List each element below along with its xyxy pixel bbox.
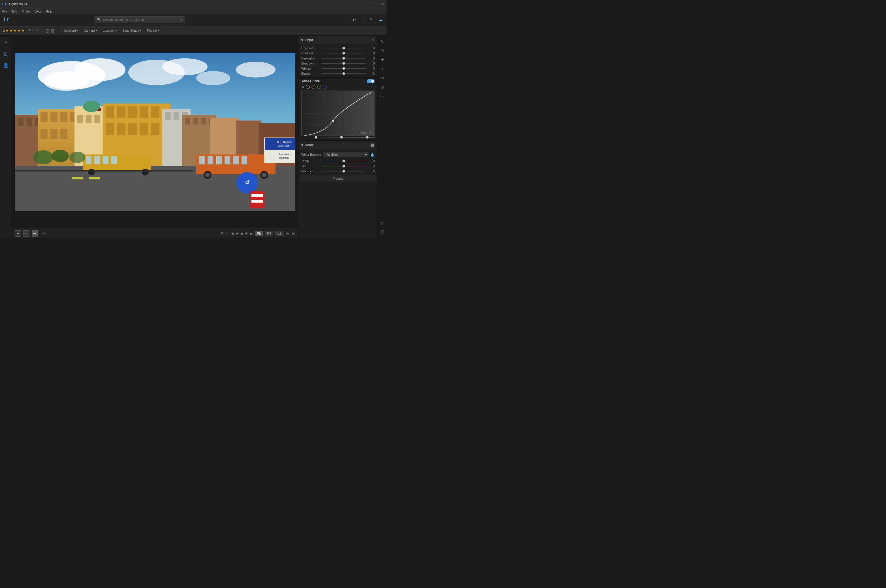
temp-thumb[interactable] [342, 160, 345, 162]
flag-icon-3[interactable]: ⚐ [36, 28, 39, 32]
rating-stars[interactable]: ★ ★ ★ ★ ★ [231, 231, 253, 236]
tone-curve-controls [367, 79, 375, 83]
flag-icon-2[interactable]: ⚐ [32, 28, 35, 32]
filter-location[interactable]: Location▾ [101, 28, 119, 33]
curve-rgb-icon[interactable] [306, 85, 310, 89]
heal-tool-icon[interactable]: ✚ [379, 56, 386, 63]
highlights-thumb[interactable] [342, 57, 345, 60]
radial-tool-icon[interactable]: ◎ [379, 83, 386, 90]
tone-curve-toggle[interactable] [367, 79, 375, 83]
search-bar[interactable]: 🔍 Search Oct 30, 2018 1:03 PM ▽ [95, 16, 185, 23]
menu-help[interactable]: Help [45, 10, 52, 13]
share-icon[interactable]: ↑ [361, 17, 365, 23]
city-scene-svg: Ж.К. Люлин Lyulin Dstr. Калотина Kalotin… [15, 52, 295, 211]
crop-tool-icon[interactable]: ⊡ [379, 47, 386, 54]
shadows-track[interactable] [321, 63, 366, 64]
curve-slider-thumb-highlights[interactable] [366, 136, 369, 139]
cloud-icon[interactable]: ☁ [377, 16, 384, 23]
curve-slider-thumb-mids[interactable] [340, 136, 343, 139]
highlights-track[interactable] [321, 58, 366, 58]
color-title-container: ▾ Color [301, 143, 313, 147]
light-section-header[interactable]: ▾ Light ✎ [298, 36, 378, 44]
temp-track[interactable] [321, 161, 366, 161]
tint-thumb[interactable] [342, 165, 345, 168]
filter-people[interactable]: People▾ [145, 28, 161, 33]
close-button[interactable]: ✕ [381, 2, 384, 6]
auto-light-icon[interactable]: ✎ [372, 38, 375, 42]
right-panel-scroll[interactable]: ▾ Light ✎ Exposure 0 [298, 36, 378, 238]
darks-label: Darks −64 [360, 131, 373, 134]
split-view-icon[interactable]: ⊠ [292, 231, 295, 236]
curve-canvas[interactable]: Darks −64 [301, 90, 375, 136]
menu-view[interactable]: View [34, 10, 41, 13]
shadows-thumb[interactable] [342, 62, 345, 65]
menu-edit[interactable]: Edit [12, 10, 17, 13]
undo-icon[interactable]: ↩ [351, 16, 357, 23]
brush-tool-icon[interactable]: ∿ [379, 65, 386, 72]
filter-icon[interactable]: ▽ [181, 18, 183, 21]
whites-thumb[interactable] [342, 67, 345, 70]
info-icon[interactable]: ⓘ [379, 229, 386, 236]
tag-icon[interactable]: 🏷 [379, 220, 386, 227]
titlebar-controls[interactable]: — □ ✕ [372, 2, 384, 6]
curve-slider-thumb-shadows[interactable] [314, 136, 317, 139]
help-icon[interactable]: ? [369, 17, 373, 23]
svg-point-86 [33, 150, 53, 164]
white-balance-label: White Balance [301, 153, 322, 156]
contrast-track[interactable] [321, 53, 366, 54]
curve-slider-track[interactable] [301, 137, 375, 138]
library-icon[interactable]: ⊞ [2, 49, 11, 58]
view-single-button[interactable]: ▬ [32, 230, 38, 237]
search-input[interactable]: Search Oct 30, 2018 1:03 PM [103, 18, 144, 21]
color-auto-icon[interactable]: ⬤ [370, 143, 375, 147]
curve-point-darks[interactable] [332, 120, 334, 122]
tint-track[interactable] [321, 166, 366, 166]
filter-stars[interactable]: ≥ ★ ★ ★ ★ ★ [3, 28, 25, 33]
menu-photo[interactable]: Photo [22, 10, 30, 13]
maximize-button[interactable]: □ [376, 2, 380, 6]
three-dots-icon[interactable]: ••• [379, 92, 386, 100]
view-grid-small-button[interactable]: ▪▪ [15, 230, 21, 237]
filter-camera[interactable]: Camera▾ [81, 28, 99, 33]
curve-blue-icon[interactable] [323, 85, 327, 89]
flag-button-2[interactable]: ⚐ [226, 231, 229, 235]
white-balance-select[interactable]: As Shot Auto Daylight Cloudy Shade Custo… [324, 152, 369, 158]
zoom-1-1-button[interactable]: 1:1 [275, 231, 283, 236]
temp-value: 0 [368, 159, 375, 163]
edit-tools-icon[interactable]: ✎ [379, 38, 386, 45]
curve-red-icon[interactable] [311, 85, 316, 89]
menu-file[interactable]: File [2, 10, 8, 13]
grid-compare-icon[interactable]: ⊟ [286, 231, 289, 236]
fit-button[interactable]: Fit [255, 231, 262, 236]
fill-button[interactable]: Fill [265, 231, 273, 236]
flag-icon-1[interactable]: ⚑ [28, 28, 31, 32]
sort-button[interactable]: ≡▾ [40, 231, 47, 236]
blacks-row: Blacks 0 [298, 71, 378, 76]
vibrance-track[interactable] [321, 171, 366, 171]
flag-button-1[interactable]: ⚑ [221, 231, 224, 235]
contrast-thumb[interactable] [342, 52, 345, 55]
add-photo-button[interactable]: ＋ [2, 38, 11, 47]
blacks-track[interactable] [321, 73, 366, 74]
blacks-thumb[interactable] [342, 72, 345, 75]
grid-view-icon[interactable]: ▤ [46, 28, 50, 33]
view-grid-medium-button[interactable]: ▫▫ [23, 230, 29, 237]
vibrance-thumb[interactable] [342, 170, 345, 172]
whites-track[interactable] [321, 68, 366, 69]
filmstrip-view-icon[interactable]: ▦ [51, 28, 54, 33]
filter-sync-status[interactable]: Sync Status▾ [120, 28, 144, 33]
gradient-tool-icon[interactable]: ▭ [379, 74, 386, 81]
exposure-thumb[interactable] [342, 47, 345, 50]
exposure-track[interactable] [321, 48, 366, 48]
curve-all-channel-icon[interactable]: ≋ [301, 85, 304, 89]
curve-green-icon[interactable] [317, 85, 321, 89]
svg-point-65 [262, 172, 266, 177]
filter-keyword[interactable]: Keyword▾ [62, 28, 80, 33]
color-header[interactable]: ▾ Color ⬤ [298, 141, 378, 149]
minimize-button[interactable]: — [372, 2, 375, 6]
svg-rect-89 [15, 170, 193, 171]
shadows-label: Shadows [301, 62, 320, 65]
svg-text:Ж.К. Люлин: Ж.К. Люлин [276, 141, 291, 144]
people-icon[interactable]: 👤 [2, 60, 11, 70]
white-balance-eyedropper[interactable]: 💧 [370, 153, 375, 157]
